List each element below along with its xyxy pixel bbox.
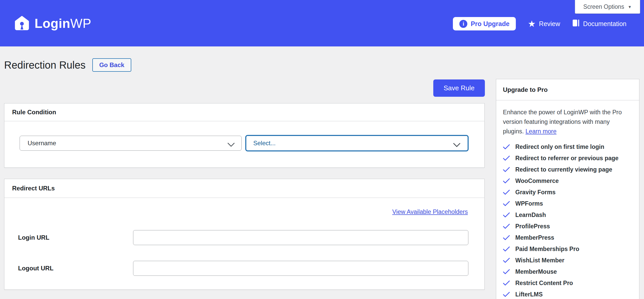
pro-feature-item: LearnDash [503, 211, 632, 219]
chevron-down-icon [453, 142, 460, 149]
redirect-urls-title: Redirect URLs [4, 179, 484, 198]
check-icon [503, 258, 510, 263]
pro-upgrade-button[interactable]: i Pro Upgrade [453, 17, 516, 30]
view-placeholders-link[interactable]: View Available Placeholders [392, 208, 468, 215]
pro-feature-item: Paid Memberships Pro [503, 245, 632, 253]
condition-select-value: Username [28, 140, 56, 147]
pro-feature-label: MemberMouse [515, 268, 557, 275]
pro-feature-label: LifterLMS [515, 291, 543, 298]
pro-feature-item: Redirect to currently viewing page [503, 166, 632, 173]
pro-feature-item: Restrict Content Pro [503, 279, 632, 287]
rule-condition-panel: Rule Condition Username Select... [4, 103, 485, 168]
page-title: Redirection Rules [4, 59, 86, 71]
check-icon [503, 201, 510, 206]
documentation-label: Documentation [583, 20, 626, 28]
logout-url-input[interactable] [133, 261, 468, 276]
check-icon [503, 167, 510, 172]
star-icon: ★ [528, 19, 535, 28]
house-keyhole-icon [14, 15, 30, 32]
check-icon [503, 246, 510, 252]
condition-value-select[interactable]: Select... [245, 135, 469, 151]
upgrade-to-pro-title: Upgrade to Pro [496, 79, 639, 100]
learn-more-link[interactable]: Learn more [526, 128, 557, 135]
pro-description-text: Enhance the power of LoginWP with the Pr… [503, 109, 622, 135]
documentation-link[interactable]: Documentation [572, 19, 626, 29]
logout-url-row: Logout URL [18, 261, 468, 276]
check-icon [503, 190, 510, 195]
loginwp-admin-page: LoginWP i Pro Upgrade ★ Review Documenta… [0, 0, 644, 299]
logo-text: LoginWP [35, 16, 91, 31]
go-back-button[interactable]: Go Back [92, 58, 131, 72]
triangle-down-icon: ▼ [628, 5, 632, 9]
pro-feature-label: LearnDash [515, 212, 546, 219]
pro-feature-label: Restrict Content Pro [515, 280, 573, 287]
chevron-down-icon [227, 141, 235, 149]
condition-value-select-value: Select... [253, 140, 276, 147]
pro-feature-label: WPForms [515, 200, 543, 207]
pro-feature-label: Redirect to currently viewing page [515, 166, 612, 173]
pro-feature-item: WooCommerce [503, 177, 632, 185]
pro-feature-label: Gravity Forms [515, 189, 556, 196]
login-url-input[interactable] [133, 230, 468, 245]
upgrade-to-pro-panel: Upgrade to Pro Enhance the power of Logi… [496, 79, 639, 299]
pro-feature-item: MemberMouse [503, 268, 632, 276]
check-icon [503, 156, 510, 161]
check-icon [503, 235, 510, 240]
pro-feature-label: Paid Memberships Pro [515, 246, 579, 253]
check-icon [503, 144, 510, 150]
info-icon: i [459, 20, 467, 28]
rule-condition-title: Rule Condition [4, 103, 484, 121]
pro-feature-item: LifterLMS [503, 290, 632, 298]
screen-options-label: Screen Options [583, 3, 624, 10]
pro-feature-item: Redirect to referrer or previous page [503, 154, 632, 162]
pro-feature-label: WooCommerce [515, 177, 559, 184]
save-rule-button[interactable]: Save Rule [433, 79, 485, 97]
pro-feature-item: Redirect only on first time login [503, 143, 632, 151]
review-label: Review [539, 20, 560, 28]
pro-feature-label: Redirect only on first time login [515, 143, 604, 150]
pro-feature-item: WishList Member [503, 256, 632, 264]
check-icon [503, 280, 510, 286]
login-url-label: Login URL [18, 230, 49, 245]
pro-feature-item: MemberPress [503, 234, 632, 241]
pro-feature-label: ProfilePress [515, 223, 550, 230]
condition-select[interactable]: Username [20, 136, 242, 151]
check-icon [503, 212, 510, 218]
pro-feature-item: ProfilePress [503, 222, 632, 230]
login-url-row: Login URL [18, 230, 468, 245]
loginwp-logo: LoginWP [14, 15, 91, 32]
title-row: Redirection Rules Go Back [4, 58, 131, 72]
upgrade-to-pro-body: Enhance the power of LoginWP with the Pr… [496, 100, 639, 298]
book-icon [572, 19, 580, 29]
check-icon [503, 224, 510, 229]
pro-feature-label: MemberPress [515, 234, 554, 241]
pro-feature-item: Gravity Forms [503, 188, 632, 196]
header-nav: i Pro Upgrade ★ Review Documentation [453, 17, 626, 30]
logout-url-label: Logout URL [18, 261, 53, 276]
app-header: LoginWP i Pro Upgrade ★ Review Documenta… [0, 0, 644, 46]
pro-upgrade-label: Pro Upgrade [471, 20, 509, 28]
check-icon [503, 178, 510, 184]
pro-description: Enhance the power of LoginWP with the Pr… [503, 108, 628, 136]
check-icon [503, 269, 510, 274]
redirect-urls-panel: Redirect URLs View Available Placeholder… [4, 179, 485, 290]
pro-feature-label: Redirect to referrer or previous page [515, 155, 618, 162]
pro-feature-item: WPForms [503, 200, 632, 207]
pro-feature-list: Redirect only on first time loginRedirec… [503, 143, 632, 298]
pro-feature-label: WishList Member [515, 257, 564, 264]
check-icon [503, 292, 510, 297]
screen-options-button[interactable]: Screen Options ▼ [575, 0, 640, 14]
review-link[interactable]: ★ Review [528, 19, 560, 28]
